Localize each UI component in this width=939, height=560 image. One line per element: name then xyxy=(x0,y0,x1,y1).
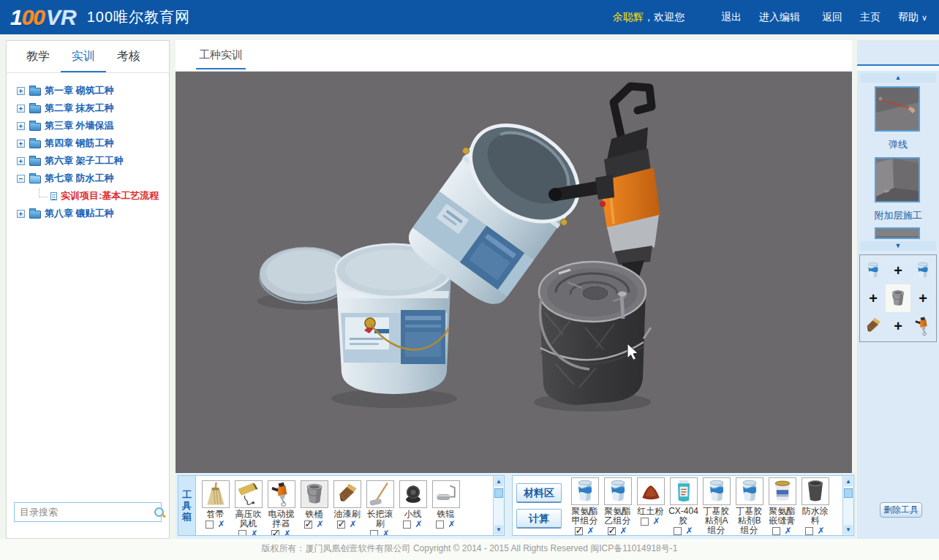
nav-help[interactable]: 帮助∨ xyxy=(898,11,927,24)
tree-item-chapter3[interactable]: 第三章 外墙保温 xyxy=(17,117,169,135)
tab-assessment[interactable]: 考核 xyxy=(106,41,151,72)
scroll-down-arrow[interactable]: ▼ xyxy=(844,525,853,534)
step-thumbnail-chalk-line[interactable] xyxy=(875,86,920,132)
calculate-button[interactable]: 计算 xyxy=(516,509,562,529)
material-scrollbar[interactable]: ▲ ▼ xyxy=(842,476,853,535)
paint-brush-icon[interactable] xyxy=(333,480,361,508)
tree-item-chapter6[interactable]: 第六章 架子工工种 xyxy=(17,152,169,170)
expand-icon[interactable] xyxy=(17,175,25,183)
tool-item-iron-bucket: 铁桶 ✗ xyxy=(298,477,331,535)
tree-item-chapter4[interactable]: 第四章 钢筋工种 xyxy=(17,135,169,152)
expand-icon[interactable] xyxy=(17,210,25,218)
iron-bucket-icon[interactable] xyxy=(301,480,328,508)
material-checkbox[interactable] xyxy=(674,527,682,535)
tool-checkbox[interactable] xyxy=(370,530,378,536)
remove-icon[interactable]: ✗ xyxy=(415,521,422,529)
search-icon[interactable] xyxy=(154,507,165,518)
material-checkbox[interactable] xyxy=(608,527,616,535)
remove-icon[interactable]: ✗ xyxy=(685,527,693,535)
nav-back[interactable]: 返回 xyxy=(822,11,842,24)
tree-item-chapter8[interactable]: 第八章 镶贴工种 xyxy=(17,205,169,222)
catalog-search xyxy=(14,502,162,522)
scroll-up-arrow[interactable]: ▲ xyxy=(844,477,853,486)
expand-icon[interactable] xyxy=(17,105,25,113)
username[interactable]: 余聪辉 xyxy=(613,11,644,24)
scroll-down-arrow[interactable]: ▼ xyxy=(494,525,503,534)
delete-tool-button[interactable]: 删除工具 xyxy=(880,502,922,518)
nav-logout[interactable]: 退出 xyxy=(721,11,742,24)
remove-icon[interactable]: ✗ xyxy=(619,527,627,535)
tab-trade-training[interactable]: 工种实训 xyxy=(196,40,246,69)
recipe-bucket-a-icon xyxy=(861,257,886,284)
tool-checkbox[interactable] xyxy=(337,521,345,529)
remove-icon[interactable]: ✗ xyxy=(217,521,225,529)
blue-bucket-icon[interactable] xyxy=(604,477,632,505)
document-icon xyxy=(50,192,57,200)
sidebar-collapse-handle[interactable] xyxy=(857,64,939,71)
expand-icon[interactable] xyxy=(17,87,25,95)
3d-viewport[interactable] xyxy=(176,72,852,473)
steps-down-arrow[interactable]: ▼ xyxy=(860,241,936,251)
blower-icon[interactable] xyxy=(235,480,263,508)
remove-icon[interactable]: ✗ xyxy=(316,521,323,529)
tool-checkbox[interactable] xyxy=(436,521,444,529)
expand-icon[interactable] xyxy=(17,157,25,165)
site-logo[interactable]: 100 VR xyxy=(10,5,77,30)
tool-checkbox[interactable] xyxy=(205,521,214,529)
search-input[interactable] xyxy=(15,507,154,518)
iron-roller-icon[interactable] xyxy=(432,480,460,508)
mixing-bucket[interactable] xyxy=(539,262,651,405)
tree-item-chapter7[interactable]: 第七章 防水工种 xyxy=(17,170,169,187)
remove-icon[interactable]: ✗ xyxy=(283,530,290,536)
step-thumbnail-extra-layer[interactable] xyxy=(875,157,920,203)
material-checkbox[interactable] xyxy=(805,527,813,535)
material-checkbox[interactable] xyxy=(772,527,780,535)
scroll-thumb[interactable] xyxy=(494,488,503,498)
remove-icon[interactable]: ✗ xyxy=(349,521,356,529)
tool-checkbox[interactable] xyxy=(403,521,411,529)
toolbox-scrollbar[interactable]: ▲ ▼ xyxy=(493,476,504,535)
red-powder-icon[interactable] xyxy=(637,477,665,505)
tree-item-chapter1[interactable]: 第一章 砌筑工种 xyxy=(17,82,169,99)
dark-bucket-icon[interactable] xyxy=(802,477,829,505)
nav-home[interactable]: 主页 xyxy=(860,11,880,24)
remove-icon[interactable]: ✗ xyxy=(817,527,824,535)
tree-item-chapter2[interactable]: 第二章 抹灰工种 xyxy=(17,99,169,117)
remove-icon[interactable]: ✗ xyxy=(382,530,389,536)
scroll-up-arrow[interactable]: ▲ xyxy=(494,477,503,486)
material-area-button[interactable]: 材料区 xyxy=(516,483,562,503)
nav-enter-edit[interactable]: 进入编辑 xyxy=(759,11,800,24)
remove-icon[interactable]: ✗ xyxy=(250,530,257,536)
remove-icon[interactable]: ✗ xyxy=(652,518,660,526)
blue-bucket-icon[interactable] xyxy=(571,477,599,505)
broom-icon[interactable] xyxy=(202,480,230,508)
expand-icon[interactable] xyxy=(17,122,25,130)
tool-checkbox[interactable] xyxy=(304,521,312,529)
string-spool-icon[interactable] xyxy=(399,480,427,508)
mix-recipe-panel: + + + + xyxy=(859,254,937,342)
material-item-pu-b: 聚氨酯乙组分 ✗ xyxy=(601,477,634,535)
remove-icon[interactable]: ✗ xyxy=(784,527,791,535)
step-label[interactable]: 附加层施工 xyxy=(857,209,939,222)
tool-checkbox[interactable] xyxy=(238,530,246,536)
mixer-icon[interactable] xyxy=(268,480,295,508)
scroll-thumb[interactable] xyxy=(844,488,853,498)
blue-bucket-icon[interactable] xyxy=(703,477,731,505)
glue-jar-icon[interactable] xyxy=(670,477,698,505)
steps-up-arrow[interactable]: ▲ xyxy=(860,73,936,83)
expand-icon[interactable] xyxy=(17,140,25,148)
step-label[interactable]: 弹线 xyxy=(857,138,939,151)
material-checkbox[interactable] xyxy=(641,518,649,526)
long-roller-icon[interactable] xyxy=(366,480,394,508)
tab-training[interactable]: 实训 xyxy=(61,41,106,72)
blue-bucket-icon[interactable] xyxy=(736,477,763,505)
tree-item-training-project[interactable]: 实训项目:基本工艺流程 xyxy=(17,187,169,205)
tool-checkbox[interactable] xyxy=(271,530,279,536)
step-thumbnail-partial[interactable] xyxy=(875,227,920,239)
material-checkbox[interactable] xyxy=(575,527,583,535)
remove-icon[interactable]: ✗ xyxy=(448,521,455,529)
sealant-bucket-icon[interactable] xyxy=(769,477,796,505)
tab-teaching[interactable]: 教学 xyxy=(15,41,61,72)
sidebar-tabs: 教学 实训 考核 xyxy=(7,41,169,73)
remove-icon[interactable]: ✗ xyxy=(587,527,594,535)
